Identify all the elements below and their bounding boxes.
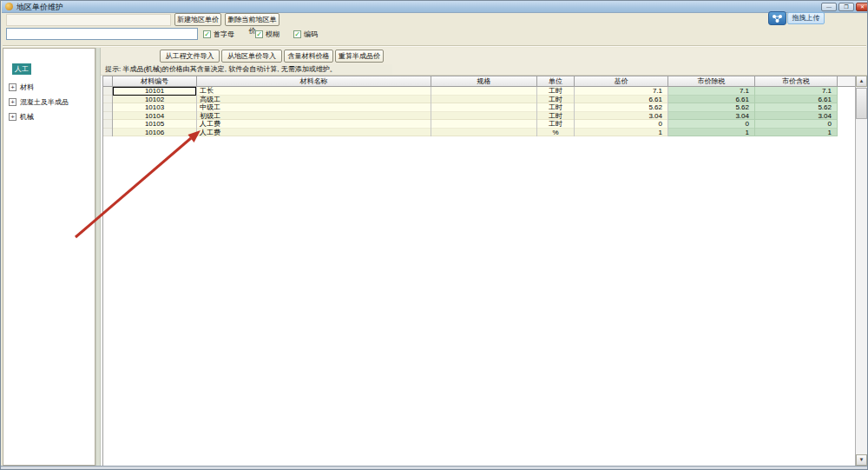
cell-spec[interactable] [431, 103, 537, 112]
cell-unit[interactable]: 工时 [537, 120, 575, 129]
import-from-project-button[interactable]: 从工程文件导入 [160, 50, 220, 63]
cell-unit[interactable]: 工时 [537, 87, 575, 96]
delete-region-price-button[interactable]: 删除当前地区单价 [225, 13, 279, 26]
checkbox-initial-letter[interactable]: ✓ 首字母 [203, 30, 234, 38]
tree-item-materials[interactable]: + 材料 [9, 83, 34, 92]
cell-price-incl-tax[interactable]: 6.61 [755, 96, 838, 104]
tree-item-labor-selected[interactable]: 人工 [12, 63, 31, 75]
cell-material-code[interactable]: 10101 [113, 87, 197, 96]
cell-price-excl-tax[interactable]: 3.04 [668, 112, 755, 121]
scroll-down-icon[interactable]: ▼ [856, 454, 867, 466]
cell-material-code[interactable]: 10102 [113, 96, 197, 104]
cell-material-name[interactable]: 人工费 [197, 129, 431, 137]
cell-material-name[interactable]: 初级工 [197, 112, 431, 121]
cell-unit[interactable]: 工时 [537, 112, 575, 121]
table-row: 10104 初级工 工时 3.04 3.04 3.04 [103, 112, 855, 121]
cell-price-incl-tax[interactable]: 5.62 [755, 103, 838, 112]
cell-base-price[interactable]: 7.1 [575, 87, 668, 96]
tree-item-concrete-semifinished[interactable]: + 混凝土及半成品 [9, 97, 69, 107]
minimize-button[interactable]: — [821, 3, 837, 11]
cell-price-excl-tax[interactable]: 1 [668, 129, 755, 137]
header-row-indicator [103, 76, 113, 87]
check-icon: ✓ [255, 30, 263, 38]
header-base-price[interactable]: 基价 [575, 76, 668, 87]
cell-price-incl-tax[interactable]: 1 [755, 129, 838, 137]
cell-base-price[interactable]: 6.61 [575, 96, 668, 104]
cell-unit[interactable]: % [537, 129, 575, 137]
drag-upload-button[interactable]: 拖拽上传 [787, 12, 825, 24]
tree-item-machinery[interactable]: + 机械 [9, 112, 34, 122]
row-indicator[interactable] [103, 96, 113, 104]
cell-spec[interactable] [431, 129, 537, 137]
title-bar: 地区单价维护 — ❐ ✕ [2, 1, 867, 13]
close-button[interactable]: ✕ [856, 3, 868, 11]
check-icon: ✓ [293, 30, 301, 38]
cell-base-price[interactable]: 5.62 [575, 103, 668, 112]
panel-toolbar: 从工程文件导入 从地区单价导入 含量材料价格 重算半成品价 提示: 半成品(机械… [101, 48, 868, 76]
row-filler [838, 112, 855, 121]
expand-icon[interactable]: + [9, 113, 16, 121]
cell-material-name[interactable]: 中级工 [197, 103, 431, 112]
header-material-name[interactable]: 材料名称 [197, 76, 431, 87]
recalc-semifinished-button[interactable]: 重算半成品价 [335, 50, 384, 63]
cell-material-code[interactable]: 10104 [113, 112, 197, 121]
header-material-code[interactable]: 材料编号 [113, 76, 197, 87]
table-body: 10101 工长 工时 7.1 7.1 7.1 10102 高级工 工时 6.6… [103, 87, 855, 136]
checkbox-label: 首字母 [214, 30, 234, 39]
maximize-button[interactable]: ❐ [838, 3, 854, 11]
header-market-price-incl-tax[interactable]: 市价含税 [755, 76, 838, 87]
cell-price-incl-tax[interactable]: 3.04 [755, 112, 838, 121]
region-name-field[interactable] [6, 14, 171, 26]
row-indicator[interactable] [103, 120, 113, 129]
cell-unit[interactable]: 工时 [537, 96, 575, 104]
checkbox-code[interactable]: ✓ 编码 [293, 30, 318, 38]
header-unit[interactable]: 单位 [537, 76, 575, 87]
cell-price-excl-tax[interactable]: 0 [668, 120, 755, 129]
window-title: 地区单价维护 [16, 2, 63, 12]
cell-spec[interactable] [431, 112, 537, 121]
cell-material-code[interactable]: 10106 [113, 129, 197, 137]
row-indicator[interactable] [103, 87, 113, 96]
row-indicator[interactable] [103, 103, 113, 112]
table-row: 10101 工长 工时 7.1 7.1 7.1 [103, 87, 855, 96]
import-from-region-price-button[interactable]: 从地区单价导入 [221, 50, 282, 63]
cell-price-excl-tax[interactable]: 6.61 [668, 96, 755, 104]
cell-base-price[interactable]: 0 [575, 120, 668, 129]
cell-base-price[interactable]: 1 [575, 129, 668, 137]
cell-unit[interactable]: 工时 [537, 103, 575, 112]
search-input[interactable] [6, 28, 198, 40]
row-indicator[interactable] [103, 112, 113, 121]
cell-material-code[interactable]: 10103 [113, 103, 197, 112]
header-spec[interactable]: 规格 [431, 76, 537, 87]
cell-material-name[interactable]: 高级工 [197, 96, 431, 104]
cell-spec[interactable] [431, 87, 537, 96]
cell-spec[interactable] [431, 96, 537, 104]
scroll-up-icon[interactable]: ▲ [856, 76, 867, 87]
checkbox-fuzzy[interactable]: ✓ 模糊 [255, 30, 279, 38]
vertical-scrollbar[interactable]: ▲ ▼ [855, 76, 867, 466]
cell-material-code[interactable]: 10105 [113, 120, 197, 129]
cell-price-incl-tax[interactable]: 0 [755, 120, 838, 129]
row-filler [838, 87, 855, 96]
new-region-price-button[interactable]: 新建地区单价 [174, 13, 221, 26]
cell-price-excl-tax[interactable]: 7.1 [668, 87, 755, 96]
cell-base-price[interactable]: 3.04 [575, 112, 668, 121]
table-row: 10105 人工费 工时 0 0 0 [103, 120, 855, 129]
cell-material-name[interactable]: 人工费 [197, 120, 431, 129]
cell-material-name[interactable]: 工长 [197, 87, 431, 96]
expand-icon[interactable]: + [9, 98, 16, 106]
share-upload-icon[interactable] [768, 11, 786, 25]
expand-icon[interactable]: + [9, 83, 16, 91]
cell-price-incl-tax[interactable]: 7.1 [755, 87, 838, 96]
row-filler [838, 129, 855, 137]
scrollbar-thumb[interactable] [856, 88, 867, 119]
row-indicator[interactable] [103, 129, 113, 137]
cell-price-excl-tax[interactable]: 5.62 [668, 103, 755, 112]
header-filler [838, 76, 855, 87]
price-panel: 从工程文件导入 从地区单价导入 含量材料价格 重算半成品价 提示: 半成品(机械… [101, 48, 868, 466]
content-material-price-button[interactable]: 含量材料价格 [284, 50, 333, 63]
header-market-price-excl-tax[interactable]: 市价除税 [668, 76, 755, 87]
cell-spec[interactable] [431, 120, 537, 129]
price-table: 材料编号 材料名称 规格 单位 基价 市价除税 市价含税 10101 工长 工时… [102, 76, 855, 466]
table-row: 10103 中级工 工时 5.62 5.62 5.62 [103, 103, 855, 112]
